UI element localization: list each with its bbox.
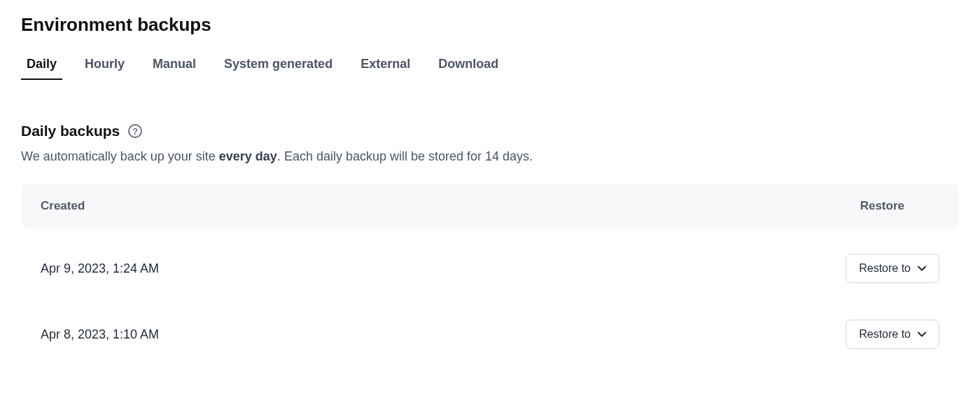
desc-text-post: . Each daily backup will be stored for 1… <box>277 149 533 163</box>
restore-to-label: Restore to <box>859 328 911 341</box>
desc-text-emph: every day <box>219 149 277 163</box>
page-title: Environment backups <box>21 14 959 36</box>
desc-text-pre: We automatically back up your site <box>21 149 219 163</box>
table-row: Apr 8, 2023, 1:10 AM Restore to <box>21 301 959 367</box>
restore-to-button[interactable]: Restore to <box>846 254 939 283</box>
help-icon[interactable]: ? <box>128 124 142 138</box>
column-header-restore: Restore <box>860 199 904 213</box>
section-header: Daily backups ? <box>21 123 959 139</box>
cell-created: Apr 9, 2023, 1:24 AM <box>41 261 159 276</box>
section-title: Daily backups <box>21 123 120 139</box>
section-description: We automatically back up your site every… <box>21 149 959 164</box>
tab-download[interactable]: Download <box>438 57 498 80</box>
column-header-created: Created <box>41 199 85 213</box>
tab-bar: Daily Hourly Manual System generated Ext… <box>21 57 959 81</box>
table-header: Created Restore <box>21 184 959 228</box>
chevron-down-icon <box>918 332 926 337</box>
chevron-down-icon <box>918 266 926 271</box>
restore-to-label: Restore to <box>859 262 911 275</box>
restore-to-button[interactable]: Restore to <box>846 320 939 349</box>
tab-daily[interactable]: Daily <box>27 57 57 80</box>
tab-manual[interactable]: Manual <box>153 57 196 80</box>
tab-system-generated[interactable]: System generated <box>224 57 332 80</box>
cell-created: Apr 8, 2023, 1:10 AM <box>41 327 159 342</box>
tab-hourly[interactable]: Hourly <box>85 57 125 80</box>
tab-external[interactable]: External <box>360 57 410 80</box>
table-row: Apr 9, 2023, 1:24 AM Restore to <box>21 235 959 301</box>
